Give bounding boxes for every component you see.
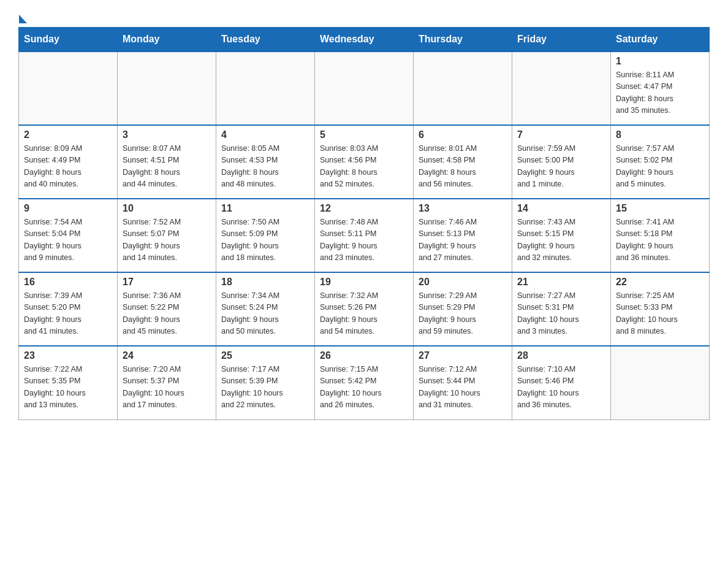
calendar-cell [216,52,315,125]
calendar-cell: 11Sunrise: 7:50 AMSunset: 5:09 PMDayligh… [216,199,315,272]
weekday-header-thursday: Thursday [414,28,512,52]
calendar-cell: 19Sunrise: 7:32 AMSunset: 5:26 PMDayligh… [315,272,414,346]
calendar-cell: 22Sunrise: 7:25 AMSunset: 5:33 PMDayligh… [611,272,710,346]
day-number: 28 [517,350,605,361]
day-info: Sunrise: 8:01 AMSunset: 4:58 PMDaylight:… [419,143,507,191]
day-number: 24 [123,350,211,361]
day-number: 7 [517,129,605,140]
page-header [18,12,710,21]
day-info: Sunrise: 7:36 AMSunset: 5:22 PMDaylight:… [123,290,211,338]
calendar-cell: 7Sunrise: 7:59 AMSunset: 5:00 PMDaylight… [512,125,611,199]
weekday-header-friday: Friday [512,28,611,52]
calendar-cell: 10Sunrise: 7:52 AMSunset: 5:07 PMDayligh… [118,199,216,272]
day-number: 6 [419,129,507,140]
calendar-cell: 15Sunrise: 7:41 AMSunset: 5:18 PMDayligh… [611,199,710,272]
day-number: 23 [24,350,112,361]
calendar-cell: 4Sunrise: 8:05 AMSunset: 4:53 PMDaylight… [216,125,315,199]
calendar-cell: 24Sunrise: 7:20 AMSunset: 5:37 PMDayligh… [118,346,216,419]
calendar-cell: 6Sunrise: 8:01 AMSunset: 4:58 PMDaylight… [414,125,512,199]
day-number: 8 [616,129,704,140]
weekday-header-tuesday: Tuesday [216,28,315,52]
weekday-header-monday: Monday [118,28,216,52]
day-info: Sunrise: 7:27 AMSunset: 5:31 PMDaylight:… [517,290,605,338]
calendar-cell: 17Sunrise: 7:36 AMSunset: 5:22 PMDayligh… [118,272,216,346]
day-number: 20 [419,277,507,288]
calendar-cell: 20Sunrise: 7:29 AMSunset: 5:29 PMDayligh… [414,272,512,346]
day-info: Sunrise: 7:48 AMSunset: 5:11 PMDaylight:… [320,216,408,264]
day-info: Sunrise: 7:57 AMSunset: 5:02 PMDaylight:… [616,143,704,191]
day-number: 11 [221,203,309,214]
day-number: 13 [419,203,507,214]
calendar-cell: 3Sunrise: 8:07 AMSunset: 4:51 PMDaylight… [118,125,216,199]
day-number: 27 [419,350,507,361]
calendar-cell: 21Sunrise: 7:27 AMSunset: 5:31 PMDayligh… [512,272,611,346]
day-number: 4 [221,129,309,140]
day-number: 10 [123,203,211,214]
calendar-cell: 12Sunrise: 7:48 AMSunset: 5:11 PMDayligh… [315,199,414,272]
logo-arrow-icon [19,15,27,23]
calendar-cell: 5Sunrise: 8:03 AMSunset: 4:56 PMDaylight… [315,125,414,199]
day-info: Sunrise: 7:50 AMSunset: 5:09 PMDaylight:… [221,216,309,264]
calendar-cell: 1Sunrise: 8:11 AMSunset: 4:47 PMDaylight… [611,52,710,125]
day-info: Sunrise: 8:03 AMSunset: 4:56 PMDaylight:… [320,143,408,191]
calendar-cell: 23Sunrise: 7:22 AMSunset: 5:35 PMDayligh… [19,346,118,419]
calendar-cell: 25Sunrise: 7:17 AMSunset: 5:39 PMDayligh… [216,346,315,419]
calendar-cell [19,52,118,125]
day-info: Sunrise: 7:59 AMSunset: 5:00 PMDaylight:… [517,143,605,191]
day-info: Sunrise: 7:34 AMSunset: 5:24 PMDaylight:… [221,290,309,338]
day-info: Sunrise: 7:10 AMSunset: 5:46 PMDaylight:… [517,364,605,412]
day-info: Sunrise: 7:39 AMSunset: 5:20 PMDaylight:… [24,290,112,338]
day-info: Sunrise: 7:41 AMSunset: 5:18 PMDaylight:… [616,216,704,264]
day-info: Sunrise: 7:32 AMSunset: 5:26 PMDaylight:… [320,290,408,338]
day-info: Sunrise: 7:29 AMSunset: 5:29 PMDaylight:… [419,290,507,338]
day-number: 2 [24,129,112,140]
day-number: 5 [320,129,408,140]
calendar-cell [512,52,611,125]
calendar-cell: 16Sunrise: 7:39 AMSunset: 5:20 PMDayligh… [19,272,118,346]
logo [18,12,27,21]
day-info: Sunrise: 7:25 AMSunset: 5:33 PMDaylight:… [616,290,704,338]
day-number: 3 [123,129,211,140]
day-info: Sunrise: 7:22 AMSunset: 5:35 PMDaylight:… [24,364,112,412]
calendar-cell: 14Sunrise: 7:43 AMSunset: 5:15 PMDayligh… [512,199,611,272]
calendar-cell: 13Sunrise: 7:46 AMSunset: 5:13 PMDayligh… [414,199,512,272]
day-number: 25 [221,350,309,361]
day-number: 12 [320,203,408,214]
calendar-header-row: SundayMondayTuesdayWednesdayThursdayFrid… [19,28,710,52]
calendar-week-row: 23Sunrise: 7:22 AMSunset: 5:35 PMDayligh… [19,346,710,419]
day-info: Sunrise: 7:54 AMSunset: 5:04 PMDaylight:… [24,216,112,264]
day-number: 14 [517,203,605,214]
day-number: 15 [616,203,704,214]
calendar-cell [315,52,414,125]
calendar-cell: 9Sunrise: 7:54 AMSunset: 5:04 PMDaylight… [19,199,118,272]
weekday-header-saturday: Saturday [611,28,710,52]
day-info: Sunrise: 8:11 AMSunset: 4:47 PMDaylight:… [616,69,704,117]
calendar-cell [118,52,216,125]
day-info: Sunrise: 8:07 AMSunset: 4:51 PMDaylight:… [123,143,211,191]
calendar-cell: 27Sunrise: 7:12 AMSunset: 5:44 PMDayligh… [414,346,512,419]
calendar-cell: 18Sunrise: 7:34 AMSunset: 5:24 PMDayligh… [216,272,315,346]
day-info: Sunrise: 7:46 AMSunset: 5:13 PMDaylight:… [419,216,507,264]
calendar-week-row: 16Sunrise: 7:39 AMSunset: 5:20 PMDayligh… [19,272,710,346]
day-info: Sunrise: 8:05 AMSunset: 4:53 PMDaylight:… [221,143,309,191]
calendar-table: SundayMondayTuesdayWednesdayThursdayFrid… [18,27,710,420]
calendar-cell: 8Sunrise: 7:57 AMSunset: 5:02 PMDaylight… [611,125,710,199]
day-number: 22 [616,277,704,288]
day-info: Sunrise: 7:15 AMSunset: 5:42 PMDaylight:… [320,364,408,412]
weekday-header-sunday: Sunday [19,28,118,52]
weekday-header-wednesday: Wednesday [315,28,414,52]
day-info: Sunrise: 7:17 AMSunset: 5:39 PMDaylight:… [221,364,309,412]
day-number: 16 [24,277,112,288]
day-info: Sunrise: 7:12 AMSunset: 5:44 PMDaylight:… [419,364,507,412]
calendar-week-row: 9Sunrise: 7:54 AMSunset: 5:04 PMDaylight… [19,199,710,272]
day-number: 19 [320,277,408,288]
day-number: 18 [221,277,309,288]
day-number: 26 [320,350,408,361]
day-info: Sunrise: 7:52 AMSunset: 5:07 PMDaylight:… [123,216,211,264]
day-info: Sunrise: 7:43 AMSunset: 5:15 PMDaylight:… [517,216,605,264]
day-number: 9 [24,203,112,214]
day-info: Sunrise: 8:09 AMSunset: 4:49 PMDaylight:… [24,143,112,191]
calendar-week-row: 1Sunrise: 8:11 AMSunset: 4:47 PMDaylight… [19,52,710,125]
day-number: 17 [123,277,211,288]
day-number: 1 [616,56,704,67]
